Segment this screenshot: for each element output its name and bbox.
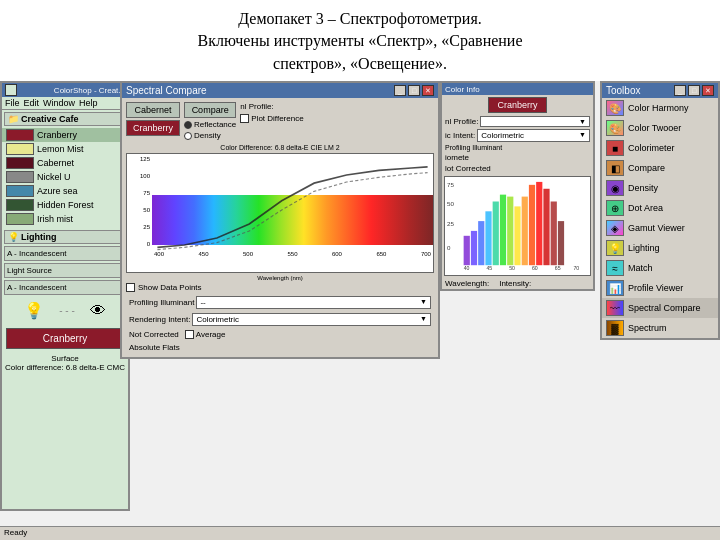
- svg-rect-4: [464, 236, 470, 265]
- swatch-nickel[interactable]: Nickel U: [2, 170, 128, 184]
- show-points-checkbox[interactable]: [126, 283, 135, 292]
- tool-compare[interactable]: ◧ Compare: [602, 158, 718, 178]
- cranberry-swatch-large: Cranberry: [6, 328, 124, 349]
- colorshop-menu: File Edit Window Help: [2, 97, 128, 110]
- tool-gamut[interactable]: ◈ Gamut Viewer: [602, 218, 718, 238]
- svg-rect-12: [522, 197, 528, 266]
- toolbox-minimize[interactable]: _: [674, 85, 686, 96]
- menu-window[interactable]: Window: [43, 98, 75, 108]
- menu-file[interactable]: File: [5, 98, 20, 108]
- x-axis-title: Wavelength (nm): [126, 275, 434, 281]
- tool-gamut-label: Gamut Viewer: [628, 223, 685, 233]
- swatch-label-lemon: Lemon Mist: [37, 144, 84, 154]
- svg-text:70: 70: [573, 265, 579, 271]
- checkbox-indicator: [240, 114, 249, 123]
- tool-color-twooer[interactable]: 🎨 Color Twooer: [602, 118, 718, 138]
- colorimeter-icon: ■: [606, 140, 624, 156]
- average-checkbox[interactable]: Average: [185, 330, 226, 339]
- swatch-color-azure: [6, 185, 34, 197]
- swatch-label-forest: Hidden Forest: [37, 200, 94, 210]
- rendering-right-row: ic Intent: Colorimetric▼: [442, 128, 593, 143]
- color-harmony-icon: 🎨: [606, 100, 624, 116]
- svg-text:25: 25: [447, 221, 455, 227]
- radio-reflectance-indicator: [184, 121, 192, 129]
- lighting-dropdown-1[interactable]: A - Incandescent: [4, 246, 126, 261]
- dot-area-icon: ⊕: [606, 200, 624, 216]
- swatch-color-irish: [6, 213, 34, 225]
- profiling-illuminant-row: Profiling Illuminant --▼: [126, 295, 434, 310]
- tool-color-harmony[interactable]: 🎨 Color Harmony: [602, 98, 718, 118]
- radio-density[interactable]: Density: [184, 131, 236, 140]
- compare-icon: ◧: [606, 160, 624, 176]
- minimize-button[interactable]: _: [394, 85, 406, 96]
- swatch-label-cranberry: Cranberry: [37, 130, 77, 140]
- reference-button[interactable]: Cabernet: [126, 102, 180, 118]
- menu-help[interactable]: Help: [79, 98, 98, 108]
- svg-rect-8: [493, 202, 499, 266]
- compare-button[interactable]: Compare: [184, 102, 236, 118]
- chart-inner: 125 100 75 50 25 0: [127, 154, 433, 259]
- tool-spectrum[interactable]: ▓ Spectrum: [602, 318, 718, 338]
- tool-profile-viewer[interactable]: 📊 Profile Viewer: [602, 278, 718, 298]
- tool-match[interactable]: ≈ Match: [602, 258, 718, 278]
- swatch-lemon-mist[interactable]: Lemon Mist: [2, 142, 128, 156]
- rendering-right-dropdown[interactable]: Colorimetric▼: [477, 129, 590, 142]
- svg-rect-5: [471, 231, 477, 265]
- tool-density-label: Density: [628, 183, 658, 193]
- radio-reflectance[interactable]: Reflectance: [184, 120, 236, 129]
- swatch-azure[interactable]: Azure sea: [2, 184, 128, 198]
- profiling-dropdown[interactable]: --▼: [196, 296, 431, 309]
- spectral-compare-icon: 〰: [606, 300, 624, 316]
- tool-color-harmony-label: Color Harmony: [628, 103, 689, 113]
- profile-icon: 📊: [606, 280, 624, 296]
- tool-colorimeter[interactable]: ■ Colorimeter: [602, 138, 718, 158]
- not-corrected-right-row: lot Corrected: [442, 163, 593, 174]
- tool-density[interactable]: ◉ Density: [602, 178, 718, 198]
- lighting-visualization: 💡 - - - 👁: [2, 297, 128, 324]
- nl-profile-dropdown[interactable]: ▼: [480, 116, 590, 127]
- close-button[interactable]: ✕: [422, 85, 434, 96]
- toolbox-close[interactable]: ✕: [702, 85, 714, 96]
- y-axis: 125 100 75 50 25 0: [127, 154, 152, 259]
- cranberry-right-button[interactable]: Cranberry: [488, 97, 546, 113]
- maximize-button[interactable]: □: [408, 85, 420, 96]
- title-area: Демопакет 3 – Спектрофотометрия. Включен…: [0, 0, 720, 81]
- rendering-intent-row: Rendering Intent: Colorimetric▼: [126, 312, 434, 327]
- rendering-dropdown[interactable]: Colorimetric▼: [192, 313, 431, 326]
- tool-compare-label: Compare: [628, 163, 665, 173]
- spectral-compare-window: Spectral Compare _ □ ✕ Cabernet Cranberr…: [120, 81, 440, 359]
- tool-dot-area[interactable]: ⊕ Dot Area: [602, 198, 718, 218]
- svg-text:75: 75: [447, 182, 455, 188]
- radio-group: Reflectance Density: [184, 120, 236, 140]
- window-controls: _ □ ✕: [394, 85, 434, 96]
- plot-difference-checkbox[interactable]: Plot Difference: [240, 114, 303, 123]
- chart-line: [152, 154, 433, 259]
- sample-button[interactable]: Cranberry: [126, 120, 180, 136]
- show-data-points-row: Show Data Points: [126, 283, 434, 292]
- light-source-label: Light Source: [4, 263, 126, 278]
- lighting-dropdown-2[interactable]: A - Incandescent: [4, 280, 126, 295]
- chart-title: Color Difference: 6.8 delta-E CIE LM 2: [126, 144, 434, 151]
- title-line3: спектров», «Освещение».: [20, 53, 700, 75]
- gamut-icon: ◈: [606, 220, 624, 236]
- swatch-cranberry[interactable]: Cranberry: [2, 128, 128, 142]
- bulb-icon: 💡: [24, 301, 44, 320]
- menu-edit[interactable]: Edit: [24, 98, 40, 108]
- swatch-cabernet[interactable]: Cabernet: [2, 156, 128, 170]
- eye-icon: 👁: [90, 302, 106, 320]
- swatch-color-lemon: [6, 143, 34, 155]
- radio-density-indicator: [184, 132, 192, 140]
- swatch-color-cabernet: [6, 157, 34, 169]
- swatch-hidden-forest[interactable]: Hidden Forest: [2, 198, 128, 212]
- right-chart-svg: 75 50 25 0 40 45: [445, 177, 590, 275]
- svg-text:65: 65: [555, 265, 561, 271]
- tool-color-twooer-label: Color Twooer: [628, 123, 681, 133]
- colorshop-title: ColorShop - Creat...: [54, 86, 125, 95]
- swatch-irish-mist[interactable]: Irish mist: [2, 212, 128, 226]
- svg-rect-16: [551, 202, 557, 266]
- tool-lighting[interactable]: 💡 Lighting: [602, 238, 718, 258]
- right-chart: 75 50 25 0 40 45: [444, 176, 591, 276]
- toolbox-maximize[interactable]: □: [688, 85, 700, 96]
- tool-spectral-compare[interactable]: 〰 Spectral Compare: [602, 298, 718, 318]
- lighting-icon: 💡: [606, 240, 624, 256]
